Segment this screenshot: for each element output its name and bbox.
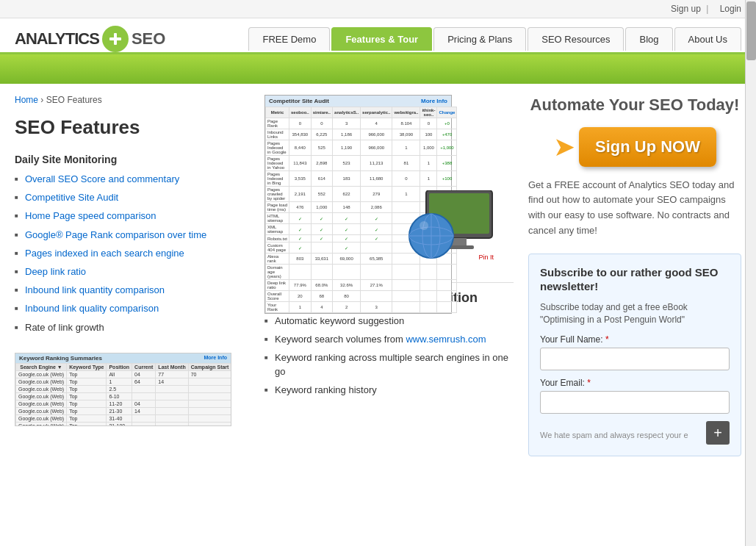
- pin-it-label[interactable]: Pin It: [475, 253, 497, 262]
- keyword-item-4: Keyword ranking history: [275, 384, 377, 395]
- top-bar: Sign up | Login: [0, 0, 756, 18]
- col-current: Current: [132, 363, 156, 370]
- feature-link-4[interactable]: Google® Page Rank comparison over time: [25, 229, 206, 240]
- daily-monitoring-heading: Daily Site Monitoring: [15, 154, 250, 165]
- list-item: Rate of link growth: [15, 321, 250, 334]
- semrush-link[interactable]: www.semrush.com: [406, 334, 486, 345]
- daily-monitoring-section: Daily Site Monitoring Overall SEO Score …: [15, 154, 250, 334]
- table-row: Google.co.uk (Web)Top6-10: [16, 392, 232, 400]
- nav-item-blog[interactable]: Blog: [625, 27, 672, 51]
- svg-point-12: [420, 221, 428, 230]
- table-row: Your Rank1423: [266, 302, 457, 313]
- keyword-item-1: Automatic keyword suggestion: [275, 315, 404, 326]
- breadcrumb-current: SEO Features: [46, 95, 102, 105]
- scrollbar[interactable]: [745, 0, 756, 467]
- table-row: Search Engine ▼ Keyword Type Position Cu…: [16, 363, 232, 370]
- audit-visualization: Competitor Site Audit More Info Metric s…: [264, 95, 500, 264]
- required-mark: *: [605, 334, 609, 345]
- nav-item-about-us[interactable]: About Us: [674, 27, 741, 51]
- nav-item-features-tour[interactable]: Features & Tour: [331, 27, 432, 51]
- feature-link-1[interactable]: Overall SEO Score and commentary: [25, 173, 179, 184]
- breadcrumb: Home › SEO Features: [15, 95, 250, 105]
- table-row: Pages Indexed in Yahoo11,8432,89852311,2…: [266, 156, 457, 171]
- breadcrumb-separator: ›: [40, 95, 43, 105]
- feature-link-7[interactable]: Inbound link quantity comparison: [25, 284, 165, 295]
- logo-cross-icon: [107, 31, 123, 47]
- center-column: Competitor Site Audit More Info Metric s…: [264, 95, 514, 456]
- login-link[interactable]: Login: [720, 4, 741, 14]
- header: ANALYTICS SEO FREE Demo Features & Tour …: [0, 18, 756, 54]
- table-row: Pages Indexed in Google8,4405251,190966,…: [266, 140, 457, 156]
- col-campaign-start: Campaign Start: [188, 363, 231, 370]
- newsletter-title: Subscribe to our rather good SEO newslet…: [540, 265, 730, 294]
- mini-table-more-info[interactable]: More Info: [204, 355, 228, 362]
- breadcrumb-home[interactable]: Home: [15, 95, 38, 105]
- list-item: Competitive Site Audit: [15, 191, 250, 204]
- table-row: Domain age (years): [266, 265, 457, 280]
- table-row: Overall Score206880: [266, 291, 457, 302]
- list-item: Keyword ranking history: [264, 384, 514, 397]
- feature-link-8[interactable]: Inbound link quality comparison: [25, 303, 159, 314]
- main-content: Home › SEO Features SEO Features Daily S…: [0, 84, 756, 467]
- list-item: Pages indexed in each search engine: [15, 247, 250, 260]
- col-search-engine: Search Engine ▼: [16, 363, 67, 370]
- list-item: Home Page speed comparison: [15, 209, 250, 223]
- nav-item-pricing-plans[interactable]: Pricing & Plans: [433, 27, 526, 51]
- svg-rect-2: [109, 37, 121, 40]
- add-button[interactable]: +: [706, 421, 730, 445]
- feature-link-6[interactable]: Deep link ratio: [25, 266, 86, 277]
- keyword-item-3: Keyword ranking across multiple search e…: [275, 352, 508, 376]
- mini-table-header: Keyword Ranking Summaries More Info: [15, 353, 231, 363]
- table-row: Google.co.uk (Web)Top21-3014: [16, 407, 232, 414]
- full-name-input[interactable]: [540, 348, 730, 370]
- page-title: SEO Features: [15, 116, 250, 139]
- list-item: Keyword search volumes from www.semrush.…: [264, 333, 514, 346]
- table-row: Google.co.uk (Web)Top2.5: [16, 385, 232, 392]
- signup-description: Get a FREE account of Analytics SEO toda…: [528, 178, 741, 239]
- col-position: Position: [107, 363, 132, 370]
- table-row: Google.co.uk (Web)Top16414●: [16, 378, 232, 385]
- newsletter-description: Subscribe today and get a free eBook "Op…: [540, 301, 730, 326]
- feature-link-3[interactable]: Home Page speed comparison: [25, 210, 156, 221]
- table-row: Metric seoboo.. simiare.. analyticsS.. s…: [266, 107, 457, 118]
- nav-item-seo-resources[interactable]: SEO Resources: [528, 27, 624, 51]
- signup-link[interactable]: Sign up: [671, 4, 701, 14]
- list-item: Google® Page Rank comparison over time: [15, 229, 250, 242]
- automate-title: Automate Your SEO Today!: [528, 95, 741, 116]
- logo-analytics-text: ANALYTICS: [15, 29, 99, 49]
- list-item: Inbound link quality comparison: [15, 302, 250, 315]
- list-item: Overall SEO Score and commentary: [15, 173, 250, 186]
- divider: |: [706, 4, 708, 14]
- nav: FREE Demo Features & Tour Pricing & Plan…: [248, 27, 741, 51]
- table-row: Page Rank00348.1040+0: [266, 118, 457, 129]
- mini-table: Search Engine ▼ Keyword Type Position Cu…: [15, 363, 231, 426]
- feature-link-5[interactable]: Pages indexed in each search engine: [25, 248, 184, 259]
- nav-item-free-demo[interactable]: FREE Demo: [248, 27, 330, 51]
- email-input[interactable]: [540, 391, 730, 414]
- table-row: Google.co.uk (Web)Top31-40: [16, 414, 232, 422]
- table-row: Deep link ratio77.9%68.0%32.6%27.1%: [266, 280, 457, 291]
- audit-more-info[interactable]: More Info: [421, 98, 447, 104]
- col-keyword-type: Keyword Type: [67, 363, 107, 370]
- logo-icon: [102, 26, 129, 52]
- green-banner: [0, 54, 756, 84]
- mini-table-title: Keyword Ranking Summaries: [19, 355, 102, 362]
- newsletter-footer: We hate spam and always respect your e +: [540, 421, 730, 445]
- keyword-list: Automatic keyword suggestion Keyword sea…: [264, 315, 514, 397]
- signup-button-wrapper: ➤ Sign Up NOW: [528, 127, 741, 167]
- email-label: Your Email: *: [540, 378, 730, 388]
- full-name-label: Your Full Name: *: [540, 334, 730, 345]
- feature-text-9: Rate of link growth: [25, 322, 104, 333]
- table-row: Inbound Links354,8306,2251,186966,00038,…: [266, 129, 457, 140]
- audit-table-header: Competitor Site Audit More Info: [265, 96, 451, 107]
- list-item: Deep link ratio: [15, 265, 250, 279]
- table-row: Google.co.uk (Web)Top31-100: [16, 422, 232, 426]
- signup-button[interactable]: Sign Up NOW: [579, 127, 716, 167]
- logo-seo-text: SEO: [132, 29, 165, 49]
- logo: ANALYTICS SEO: [15, 26, 165, 52]
- daily-monitoring-list: Overall SEO Score and commentary Competi…: [15, 173, 250, 334]
- feature-link-2[interactable]: Competitive Site Audit: [25, 192, 118, 203]
- audit-title: Competitor Site Audit: [269, 98, 329, 104]
- scrollbar-thumb[interactable]: [746, 1, 756, 60]
- list-item: Inbound link quantity comparison: [15, 284, 250, 297]
